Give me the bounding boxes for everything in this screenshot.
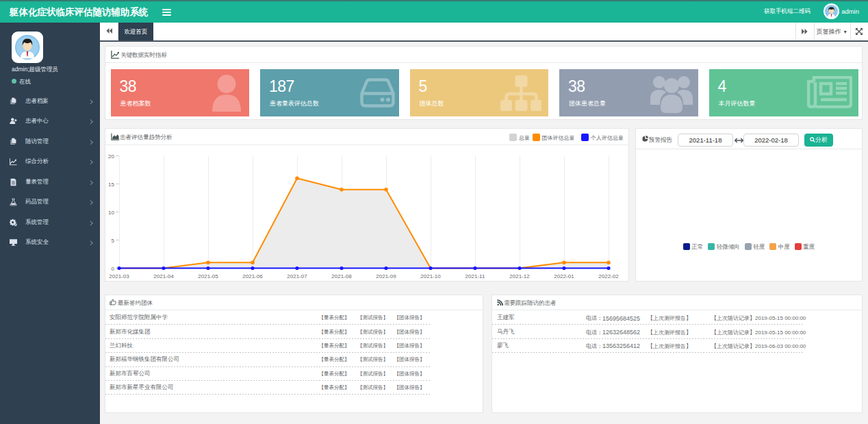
svg-text:5: 5 — [112, 238, 115, 244]
svg-text:2021-10: 2021-10 — [420, 273, 441, 279]
svg-text:0: 0 — [112, 266, 115, 272]
svg-text:2021-07: 2021-07 — [287, 273, 307, 279]
svg-text:2022-02: 2022-02 — [598, 273, 619, 279]
svg-text:2021-11: 2021-11 — [465, 273, 485, 279]
svg-text:15: 15 — [108, 182, 114, 188]
svg-text:2022-01: 2022-01 — [554, 273, 574, 279]
svg-text:2021-09: 2021-09 — [376, 273, 396, 279]
svg-text:2021-05: 2021-05 — [198, 273, 218, 279]
svg-text:2021-04: 2021-04 — [153, 273, 174, 279]
svg-text:2021-03: 2021-03 — [109, 273, 129, 279]
svg-text:20: 20 — [108, 153, 114, 160]
svg-text:2021-12: 2021-12 — [509, 273, 530, 279]
svg-text:2021-06: 2021-06 — [242, 273, 263, 279]
svg-text:2021-08: 2021-08 — [331, 273, 352, 279]
svg-text:10: 10 — [108, 210, 114, 216]
